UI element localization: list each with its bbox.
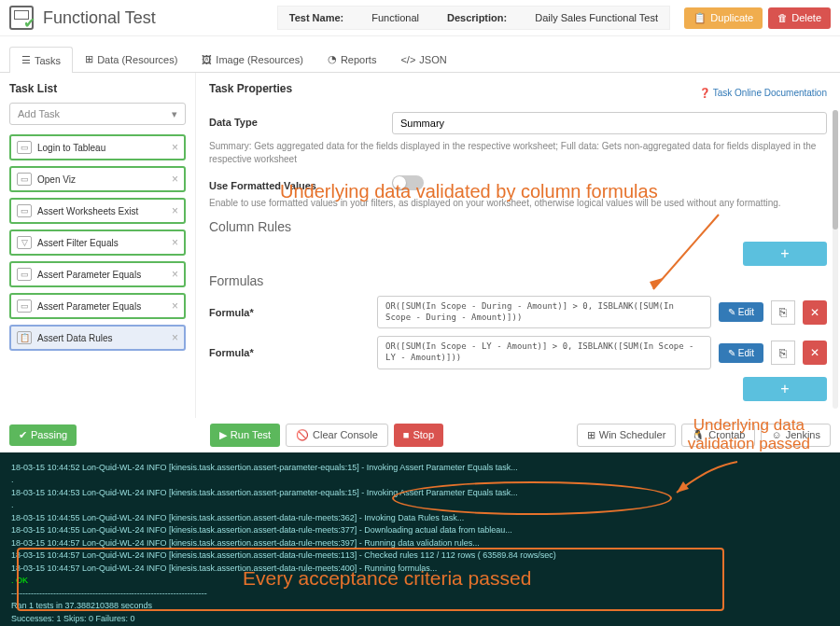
task-item-filter[interactable]: ▽Assert Filter Equals× [9,230,186,256]
task-label: Assert Parameter Equals [37,270,141,280]
task-label: Open Viz [37,174,76,185]
task-remove-icon[interactable]: × [172,331,178,344]
task-properties-title: Task Properties [209,82,292,95]
task-icon: ▭ [17,204,32,217]
task-properties-panel: Task Properties ❓ Task Online Documentat… [196,73,840,418]
formula-input-2[interactable]: OR([SUM(In Scope - LY - Amount)] > 0, IS… [377,336,711,369]
task-label: Assert Data Rules [37,333,113,343]
console-line: 18-03-15 10:44:55 Lon-Quid-WL-24 INFO [k… [11,512,829,525]
duplicate-button[interactable]: 📋Duplicate [684,7,763,29]
task-item-param1[interactable]: ▭Assert Parameter Equals× [9,261,186,287]
console-line: 18-03-15 10:44:55 Lon-Quid-WL-24 INFO [k… [11,524,829,537]
task-item-datarules[interactable]: 📋Assert Data Rules× [9,325,186,351]
task-label: Assert Filter Equals [37,238,119,248]
tab-json[interactable]: </> JSON [388,46,458,72]
copy-formula-button[interactable]: ⎘ [771,300,795,325]
clipboard-icon: 📋 [17,331,32,344]
passing-badge[interactable]: ✔ Passing [9,424,77,446]
task-item-login[interactable]: ▭Login to Tableau× [9,134,186,160]
formula-row: Formula* OR([SUM(In Scope - LY - Amount)… [209,336,827,369]
tab-reports[interactable]: ◔ Reports [315,46,389,72]
add-column-rule-button[interactable]: + [743,242,827,266]
formatted-values-label: Use Formatted Values [209,175,383,191]
task-remove-icon[interactable]: × [172,173,178,186]
delete-button[interactable]: 🗑Delete [768,7,831,29]
console-line: . [11,499,829,512]
win-scheduler-button[interactable]: ⊞ Win Scheduler [577,424,677,447]
edit-formula-button[interactable]: ✎ Edit [719,343,763,363]
task-remove-icon[interactable]: × [172,204,178,217]
console-ran: Ran 1 tests in 37.388210388 seconds [11,600,829,613]
data-type-input[interactable] [392,112,827,134]
action-bar: ✔ Passing ▶ Run Test 🚫 Clear Console ■ S… [0,418,840,452]
console-line: . [11,474,829,487]
column-rules-heading: Column Rules [209,219,827,234]
formula-input-1[interactable]: OR([SUM(In Scope - During - Amount)] > 0… [377,296,711,328]
crontab-button[interactable]: 🐧 Crontab [681,424,755,447]
app-logo: ✔ [9,6,34,30]
stop-button[interactable]: ■ Stop [394,424,443,447]
task-label: Login to Tableau [37,143,105,153]
task-item-param2[interactable]: ▭Assert Parameter Equals× [9,293,186,319]
console-line: 18-03-15 10:44:52 Lon-Quid-WL-24 INFO [k… [11,462,829,475]
task-icon: ▭ [17,268,32,281]
task-item-openviz[interactable]: ▭Open Viz× [9,166,186,192]
test-name-label: Test Name: [289,12,343,23]
formula-label: Formula* [209,307,370,318]
tab-image[interactable]: 🖼 Image (Resources) [189,46,315,72]
data-type-hint: Summary: Gets aggregated data for the fi… [209,140,827,166]
test-name-value: Functional [371,12,419,23]
scrollbar[interactable] [833,110,838,409]
console-line: 18-03-15 10:44:57 Lon-Quid-WL-24 INFO [k… [11,549,829,563]
jenkins-button[interactable]: ☺ Jenkins [761,424,831,447]
task-icon: ▭ [17,173,32,186]
edit-formula-button[interactable]: ✎ Edit [719,302,763,322]
console-line: 18-03-15 10:44:57 Lon-Quid-WL-24 INFO [k… [11,563,829,576]
filter-icon: ▽ [17,236,32,249]
console-ok: . OK [11,575,829,588]
run-test-button[interactable]: ▶ Run Test [210,424,280,447]
test-info-box: Test Name:Functional Description:Daily S… [277,6,670,30]
description-label: Description: [447,12,507,23]
console-dashes: ----------------------------------------… [11,588,829,601]
delete-formula-button[interactable]: ✕ [803,300,827,325]
task-item-worksheets[interactable]: ▭Assert Worksheets Exist× [9,198,186,224]
task-icon: ▭ [17,299,32,313]
task-icon: ▭ [17,141,32,154]
clear-console-button[interactable]: 🚫 Clear Console [286,424,388,447]
header-bar: ✔ Functional Test Test Name:Functional D… [0,0,840,36]
delete-formula-button[interactable]: ✕ [803,341,827,365]
formulas-heading: Formulas [209,273,827,288]
console-output[interactable]: 18-03-15 10:44:52 Lon-Quid-WL-24 INFO [k… [0,452,840,626]
add-formula-button[interactable]: + [743,377,827,401]
formatted-values-hint: Enable to use formatted values in your f… [209,197,827,210]
console-summary: Successes: 1 Skips: 0 Failures: 0 [11,613,829,626]
task-remove-icon[interactable]: × [172,141,178,154]
tabs-bar: ☰ Tasks ⊞ Data (Resources) 🖼 Image (Reso… [0,46,840,73]
page-title: Functional Test [43,8,156,28]
task-list-title: Task List [9,82,186,95]
formula-label: Formula* [209,347,370,358]
tab-data[interactable]: ⊞ Data (Resources) [73,46,189,72]
task-label: Assert Worksheets Exist [37,206,138,216]
console-line: 18-03-15 10:44:53 Lon-Quid-WL-24 INFO [k… [11,487,829,500]
add-task-dropdown[interactable]: Add Task [9,103,186,125]
tab-tasks[interactable]: ☰ Tasks [9,47,73,73]
task-remove-icon[interactable]: × [172,299,178,313]
task-remove-icon[interactable]: × [172,268,178,281]
task-label: Assert Parameter Equals [37,301,141,312]
formula-row: Formula* OR([SUM(In Scope - During - Amo… [209,296,827,328]
task-remove-icon[interactable]: × [172,236,178,249]
description-value: Daily Sales Functional Test [535,12,658,23]
online-docs-link[interactable]: ❓ Task Online Documentation [699,88,827,98]
task-list-sidebar: Task List Add Task ▭Login to Tableau× ▭O… [0,73,196,418]
console-line: 18-03-15 10:44:57 Lon-Quid-WL-24 INFO [k… [11,537,829,550]
copy-formula-button[interactable]: ⎘ [771,341,795,365]
formatted-values-toggle[interactable] [392,175,424,190]
data-type-label: Data Type [209,112,383,128]
